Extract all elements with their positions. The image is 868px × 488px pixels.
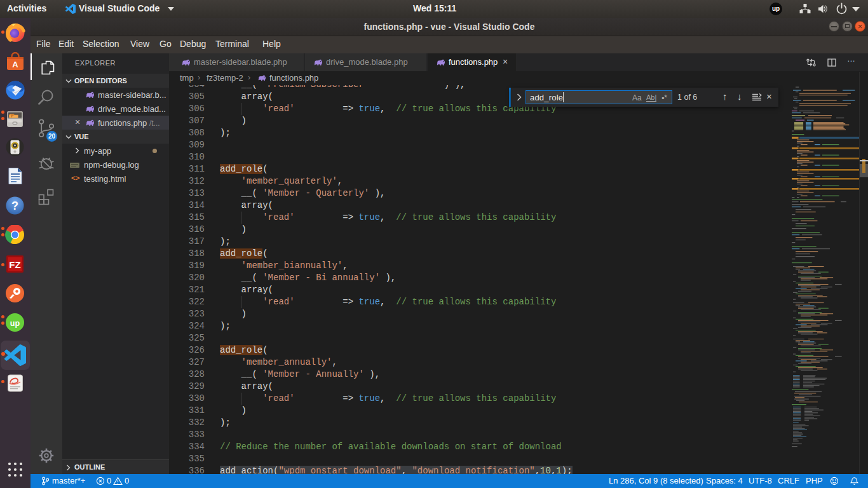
svg-text:up: up: [10, 319, 20, 328]
svg-text:?: ?: [11, 200, 18, 212]
svg-text:A: A: [12, 60, 18, 69]
svg-text:FZ: FZ: [9, 259, 20, 270]
